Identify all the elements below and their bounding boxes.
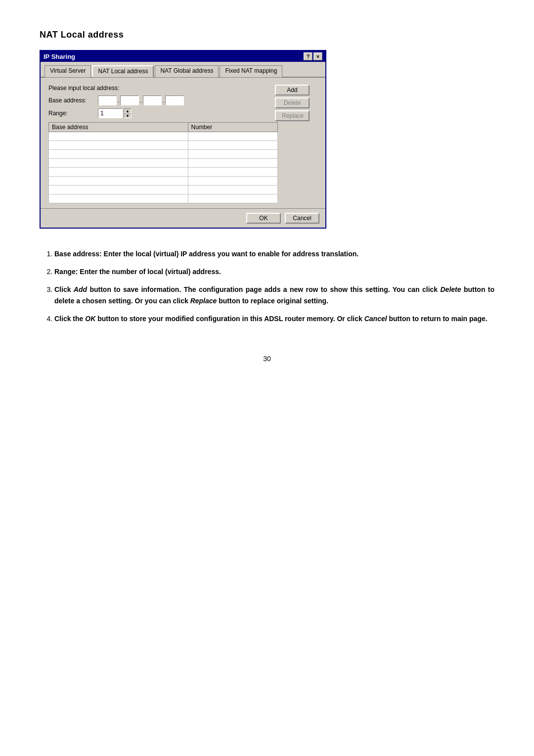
range-row: Range: ▲ ▼ <box>48 108 278 118</box>
page-number: 30 <box>40 355 494 363</box>
tab-fixed-nat-mapping[interactable]: Fixed NAT mapping <box>220 65 282 77</box>
ip-segment-4[interactable] <box>165 95 184 105</box>
range-input[interactable] <box>98 108 123 118</box>
tab-bar: Virtual Server NAT Local address NAT Glo… <box>41 62 325 78</box>
spin-up-button[interactable]: ▲ <box>124 108 132 113</box>
titlebar-buttons: ? × <box>304 52 322 60</box>
cancel-button[interactable]: Cancel <box>285 213 319 224</box>
ip-dot-2: . <box>140 97 141 104</box>
page-heading: NAT Local address <box>40 30 494 40</box>
tab-virtual-server[interactable]: Virtual Server <box>44 65 91 77</box>
tab-nat-local-address[interactable]: NAT Local address <box>92 65 154 77</box>
delete-button[interactable]: Delete <box>275 97 310 108</box>
table-row <box>49 186 278 194</box>
ip-segment-1[interactable] <box>98 95 117 105</box>
dialog-content: Please input local address: Base address… <box>41 78 325 208</box>
close-button[interactable]: × <box>313 52 322 60</box>
instructions: Base address: Enter the local (virtual) … <box>40 248 494 325</box>
table-row <box>49 141 278 150</box>
tab-nat-global-address[interactable]: NAT Global address <box>155 65 219 77</box>
col-base-address: Base address <box>49 123 188 132</box>
col-number: Number <box>188 123 277 132</box>
instruction-4: Click the OK button to store your modifi… <box>54 313 494 325</box>
ip-dot-3: . <box>163 97 164 104</box>
section-label: Please input local address: <box>48 85 278 92</box>
base-address-label: Base address: <box>48 97 98 104</box>
dialog-title: IP Sharing <box>44 53 75 60</box>
range-spinner[interactable]: ▲ ▼ <box>124 108 132 118</box>
base-address-row: Base address: . . . <box>48 95 278 105</box>
table-row <box>49 194 278 203</box>
data-table: Base address Number <box>48 122 278 203</box>
replace-button[interactable]: Replace <box>275 110 310 121</box>
dialog-titlebar: IP Sharing ? × <box>41 51 325 62</box>
instruction-3: Click Add button to save information. Th… <box>54 284 494 308</box>
table-row <box>49 132 278 141</box>
ip-segment-2[interactable] <box>120 95 139 105</box>
instruction-1: Base address: Enter the local (virtual) … <box>54 248 494 260</box>
table-row <box>49 150 278 159</box>
spin-down-button[interactable]: ▼ <box>124 113 132 118</box>
ip-sharing-dialog: IP Sharing ? × Virtual Server NAT Local … <box>40 50 326 229</box>
table-row <box>49 159 278 168</box>
add-button[interactable]: Add <box>275 85 310 95</box>
range-label: Range: <box>48 110 98 117</box>
help-button[interactable]: ? <box>304 52 312 60</box>
form-area: Please input local address: Base address… <box>48 85 317 203</box>
ip-input: . . . <box>98 95 184 105</box>
ok-button[interactable]: OK <box>246 213 281 224</box>
table-row <box>49 177 278 186</box>
action-buttons: Add Delete Replace <box>275 85 310 121</box>
dialog-footer: OK Cancel <box>41 208 325 228</box>
table-row <box>49 168 278 177</box>
ip-dot-1: . <box>118 97 119 104</box>
instruction-2: Range: Enter the number of local (virtua… <box>54 266 494 278</box>
ip-segment-3[interactable] <box>143 95 162 105</box>
